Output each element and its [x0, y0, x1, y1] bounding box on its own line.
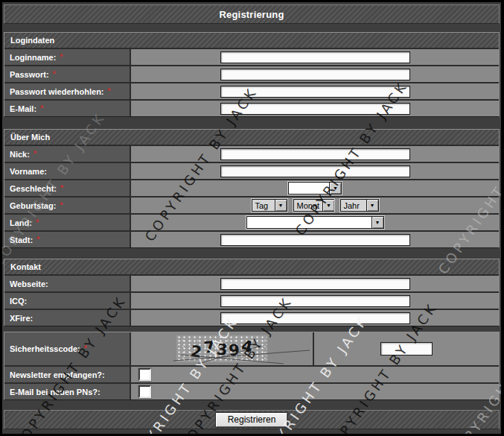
label-cell-loginname: Loginname:* — [4, 49, 131, 65]
nick-input[interactable] — [220, 148, 410, 160]
required-asterisk: * — [53, 69, 56, 78]
stadt-input[interactable] — [220, 234, 410, 246]
label-cell-geburtstag: Geburtstag:* — [4, 198, 131, 213]
section-misc: Sicherheitsscode:*27394Newsletter empfan… — [4, 332, 500, 400]
section-header-label: Über Mich — [10, 133, 50, 142]
captcha-digit: 2 — [190, 342, 203, 361]
page-title: Registrierung — [219, 9, 284, 20]
field-label: Nick: — [10, 150, 30, 159]
email-input[interactable] — [220, 103, 410, 115]
form-row-geschlecht: Geschlecht:*▼ — [4, 180, 499, 198]
form-row-land: Land:*▼ — [4, 215, 499, 232]
content-cell-xfire — [131, 310, 499, 326]
form-root: LogindatenLoginname:*Passwort:*Passwort … — [3, 32, 500, 400]
bottom-bar: Registrieren — [4, 410, 500, 429]
field-label: Geschlecht: — [10, 184, 57, 193]
dropdown-arrow-icon: ▼ — [329, 183, 341, 194]
section-header-kontakt: Kontakt — [4, 259, 499, 276]
geschlecht-select[interactable]: ▼ — [288, 182, 342, 195]
content-cell-webseite — [131, 276, 499, 291]
section-ueber-mich: Über MichNick:*Vorname:Geschlecht:*▼Gebu… — [4, 129, 500, 248]
dropdown-arrow-icon: ▼ — [371, 217, 383, 228]
registration-page: Registrierung LogindatenLoginname:*Passw… — [0, 0, 504, 436]
content-cell-land: ▼ — [131, 215, 499, 230]
loginname-input[interactable] — [220, 51, 410, 63]
captcha-digit: 9 — [229, 341, 240, 360]
content-cell-geschlecht: ▼ — [131, 180, 499, 196]
form-row-newsletter-empfangen: Newsletter empfangen?: — [4, 367, 499, 384]
label-cell-newsletter-empfangen: Newsletter empfangen?: — [4, 367, 131, 382]
captcha-digit: 3 — [216, 341, 228, 359]
section-header-ueber-mich: Über Mich — [4, 130, 499, 146]
label-cell-email: E-Mail:* — [4, 101, 131, 116]
title-bar: Registrierung — [4, 4, 500, 24]
content-cell-newsletter-empfangen — [131, 367, 499, 382]
label-cell-nick: Nick:* — [4, 146, 131, 162]
content-cell-geburtstag: Tag▼Monat▼Jahr▼ — [131, 198, 499, 213]
form-row-loginname: Loginname:* — [4, 49, 499, 66]
register-button[interactable]: Registrieren — [216, 413, 288, 427]
birthday-day-select-value: Tag — [252, 200, 275, 211]
passwort-input[interactable] — [220, 69, 410, 80]
label-cell-icq: ICQ: — [4, 293, 131, 309]
label-cell-geschlecht: Geschlecht:* — [4, 180, 131, 196]
label-cell-email-bei-neuen-pns: E-Mail bei neuen PNs?: — [4, 384, 131, 399]
birthday-group: Tag▼Monat▼Jahr▼ — [252, 199, 379, 212]
field-label: Vorname: — [10, 167, 47, 176]
birthday-month-select[interactable]: Monat▼ — [293, 199, 334, 212]
field-label: Passwort: — [10, 70, 49, 79]
field-label: Stadt: — [10, 236, 33, 244]
form-row-email: E-Mail:* — [4, 101, 499, 116]
form-row-webseite: Webseite: — [4, 276, 499, 293]
form-row-stadt: Stadt:* — [4, 232, 499, 247]
field-label: Geburtstag: — [10, 201, 56, 210]
required-asterisk: * — [36, 235, 39, 244]
field-label: Webseite: — [10, 279, 48, 288]
field-label: E-Mail bei neuen PNs?: — [10, 388, 101, 396]
label-cell-webseite: Webseite: — [4, 276, 131, 291]
vorname-input[interactable] — [220, 165, 410, 177]
content-cell-email — [131, 101, 499, 116]
passwort-wiederhohlen-input[interactable] — [220, 86, 410, 98]
section-header-label: Kontakt — [10, 262, 41, 271]
form-row-sicherheitsscode: Sicherheitsscode:*27394 — [4, 332, 499, 367]
land-select-value — [247, 217, 371, 228]
webseite-input[interactable] — [220, 278, 410, 290]
content-cell-email-bei-neuen-pns — [131, 384, 499, 399]
required-asterisk: * — [40, 104, 43, 113]
xfire-input[interactable] — [220, 312, 410, 324]
dropdown-arrow-icon: ▼ — [275, 200, 287, 211]
security-code-input[interactable] — [380, 342, 433, 356]
required-asterisk: * — [60, 183, 63, 192]
field-label: Loginname: — [10, 53, 56, 62]
label-cell-sicherheitsscode: Sicherheitsscode:* — [4, 332, 131, 365]
newsletter-empfangen-checkbox[interactable] — [138, 368, 151, 381]
label-cell-land: Land:* — [4, 215, 131, 230]
captcha-digit: 4 — [240, 337, 254, 356]
icq-input[interactable] — [220, 295, 410, 307]
required-asterisk: * — [60, 52, 63, 61]
birthday-day-select[interactable]: Tag▼ — [252, 199, 287, 212]
content-cell-loginname — [131, 49, 499, 65]
field-label: E-Mail: — [10, 104, 36, 113]
email-bei-neuen-pns-checkbox[interactable] — [138, 385, 151, 398]
label-cell-passwort-wiederhohlen: Passwort wiederhohlen:* — [4, 83, 131, 99]
land-select[interactable]: ▼ — [246, 216, 384, 229]
required-asterisk: * — [108, 86, 111, 95]
form-row-vorname: Vorname: — [4, 163, 499, 180]
section-header-logindaten: Logindaten — [4, 33, 499, 49]
form-row-geburtstag: Geburtstag:*Tag▼Monat▼Jahr▼ — [4, 198, 499, 215]
required-asterisk: * — [34, 149, 36, 158]
birthday-year-select[interactable]: Jahr▼ — [340, 199, 379, 212]
security-input-cell — [314, 332, 499, 365]
form-row-icq: ICQ: — [4, 293, 499, 310]
dropdown-arrow-icon: ▼ — [366, 200, 378, 211]
section-header-label: Logindaten — [10, 36, 54, 45]
field-label: XFire: — [10, 314, 33, 323]
label-cell-vorname: Vorname: — [4, 163, 131, 179]
captcha-image: 27394 — [176, 335, 267, 362]
geschlecht-select-value — [289, 183, 329, 194]
field-label: Sicherheitsscode: — [10, 344, 80, 353]
label-cell-xfire: XFire: — [4, 310, 131, 326]
label-cell-stadt: Stadt:* — [4, 232, 131, 247]
